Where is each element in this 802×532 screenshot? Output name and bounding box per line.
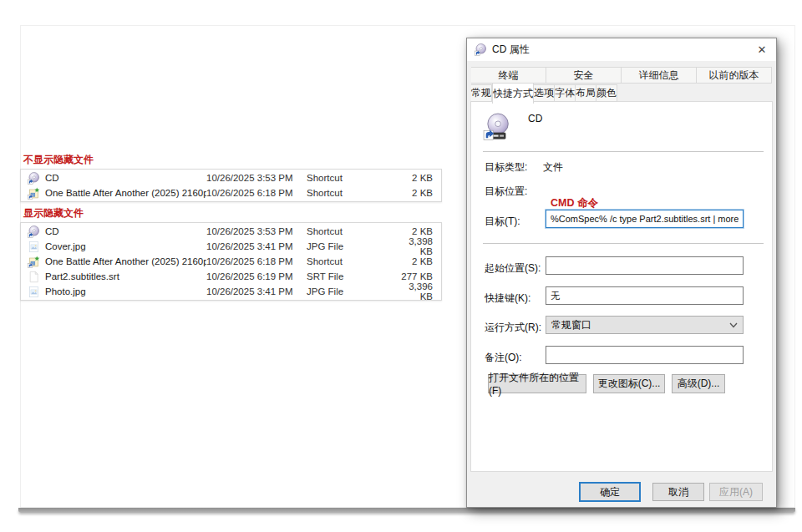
file-size: 2 KB bbox=[393, 256, 441, 266]
file-row[interactable]: One Battle After Another (2025) 2160p A.… bbox=[21, 185, 441, 200]
tab[interactable]: 颜色 bbox=[596, 84, 617, 102]
tab[interactable]: 详细信息 bbox=[622, 67, 697, 84]
file-date-modified: 10/26/2025 3:53 PM bbox=[206, 226, 307, 236]
file-name: One Battle After Another (2025) 2160p A.… bbox=[45, 188, 206, 198]
dialog-titlebar[interactable]: CD 属性 bbox=[467, 38, 776, 61]
tab[interactable]: 字体 bbox=[555, 84, 576, 102]
file-date-modified: 10/26/2025 3:41 PM bbox=[206, 286, 307, 296]
file-size: 277 KB bbox=[393, 271, 441, 281]
shortcut-key-input[interactable] bbox=[546, 286, 744, 305]
file-row[interactable]: CD 10/26/2025 3:53 PM Shortcut 2 KB bbox=[21, 224, 441, 239]
file-type: Shortcut bbox=[307, 256, 393, 266]
file-type: JPG File bbox=[307, 241, 393, 251]
srt-icon bbox=[28, 271, 40, 283]
file-type: Shortcut bbox=[307, 173, 393, 183]
file-list-hidden-off: CD 10/26/2025 3:53 PM Shortcut 2 KB One … bbox=[20, 169, 442, 202]
file-name: CD bbox=[45, 173, 206, 183]
screen: 不显示隐藏文件 CD 10/26/2025 3:53 PM Shortcut 2… bbox=[0, 0, 802, 532]
target-type-value: 文件 bbox=[543, 160, 563, 175]
file-header-row: CD bbox=[483, 113, 542, 124]
section-header-hidden-off: 不显示隐藏文件 bbox=[20, 152, 442, 169]
dialog-footer: 确定 取消 应用(A) bbox=[467, 471, 776, 507]
file-size: 3,398 KB bbox=[393, 236, 441, 256]
tab[interactable]: 快捷方式 bbox=[492, 83, 534, 104]
target-location-label: 目标位置: bbox=[485, 185, 527, 199]
target-label: 目标(T): bbox=[485, 215, 520, 229]
cmd-annotation: CMD 命令 bbox=[551, 196, 598, 210]
tab[interactable]: 布局 bbox=[576, 84, 596, 102]
file-list-hidden-on: CD 10/26/2025 3:53 PM Shortcut 2 KB Cove… bbox=[20, 222, 442, 301]
file-date-modified: 10/26/2025 3:41 PM bbox=[206, 241, 307, 251]
media-shortcut-icon bbox=[28, 256, 40, 268]
run-mode-value: 常规窗口 bbox=[551, 318, 729, 332]
close-icon[interactable]: ✕ bbox=[748, 38, 776, 60]
file-name: Cover.jpg bbox=[45, 241, 206, 251]
tab[interactable]: 终端 bbox=[471, 67, 546, 84]
file-size: 3,396 KB bbox=[393, 281, 441, 301]
section-header-hidden-on: 显示隐藏文件 bbox=[20, 205, 442, 222]
change-icon-button[interactable]: 更改图标(C)... bbox=[593, 374, 665, 393]
cd-shortcut-large-icon bbox=[483, 113, 511, 141]
file-row[interactable]: CD 10/26/2025 3:53 PM Shortcut 2 KB bbox=[21, 170, 441, 185]
file-row[interactable]: Photo.jpg 10/26/2025 3:41 PM JPG File 3,… bbox=[21, 284, 441, 299]
shortcut-tab-panel: CD 目标类型: 文件 目标位置: CMD 命令 目标(T): 起始位置(S):… bbox=[470, 101, 773, 472]
open-file-location-button[interactable]: 打开文件所在的位置(F) bbox=[488, 374, 586, 393]
properties-dialog: CD 属性 ✕ 终端 安全 详细信息 以前的版本 常规 快捷方式 选项 字体 bbox=[466, 38, 777, 508]
tab-row-upper: 终端 安全 详细信息 以前的版本 bbox=[471, 67, 772, 84]
file-type: JPG File bbox=[307, 286, 393, 296]
tab[interactable]: 选项 bbox=[534, 84, 555, 102]
file-date-modified: 10/26/2025 6:18 PM bbox=[206, 256, 307, 266]
comment-input[interactable] bbox=[546, 346, 744, 364]
file-name: CD bbox=[45, 226, 206, 236]
jpg-icon bbox=[28, 286, 40, 298]
file-date-modified: 10/26/2025 6:19 PM bbox=[206, 271, 307, 281]
file-name: Photo.jpg bbox=[45, 286, 206, 296]
tab[interactable]: 常规 bbox=[471, 84, 492, 102]
start-in-label: 起始位置(S): bbox=[485, 261, 541, 276]
separator bbox=[483, 243, 764, 244]
file-name: One Battle After Another (2025) 2160p A.… bbox=[45, 256, 206, 266]
dialog-title: CD 属性 bbox=[492, 43, 530, 57]
file-row[interactable]: Part2.subtitles.srt 10/26/2025 6:19 PM S… bbox=[21, 269, 441, 284]
file-row[interactable]: One Battle After Another (2025) 2160p A.… bbox=[21, 254, 441, 269]
file-row[interactable]: Cover.jpg 10/26/2025 3:41 PM JPG File 3,… bbox=[21, 239, 441, 254]
shortcut-file-name: CD bbox=[528, 113, 542, 124]
file-type: SRT File bbox=[307, 271, 393, 281]
run-mode-label: 运行方式(R): bbox=[485, 321, 541, 335]
start-in-input[interactable] bbox=[546, 256, 744, 275]
file-size: 2 KB bbox=[393, 173, 441, 183]
file-date-modified: 10/26/2025 6:18 PM bbox=[206, 188, 307, 198]
cd-shortcut-icon bbox=[28, 225, 40, 238]
file-comparison-area: 不显示隐藏文件 CD 10/26/2025 3:53 PM Shortcut 2… bbox=[20, 152, 442, 304]
file-type: Shortcut bbox=[307, 188, 393, 198]
ok-button[interactable]: 确定 bbox=[579, 482, 641, 502]
file-type: Shortcut bbox=[307, 226, 393, 236]
cd-shortcut-icon bbox=[475, 43, 487, 56]
separator bbox=[483, 151, 764, 152]
file-date-modified: 10/26/2025 3:53 PM bbox=[206, 173, 307, 183]
apply-button[interactable]: 应用(A) bbox=[709, 483, 763, 501]
file-size: 2 KB bbox=[393, 188, 441, 198]
comment-label: 备注(O): bbox=[485, 351, 522, 365]
run-mode-dropdown[interactable]: 常规窗口 bbox=[546, 316, 744, 334]
cancel-button[interactable]: 取消 bbox=[652, 483, 704, 501]
file-size: 2 KB bbox=[393, 226, 441, 236]
advanced-button[interactable]: 高级(D)... bbox=[672, 374, 725, 393]
target-type-label: 目标类型: bbox=[485, 160, 527, 175]
tab[interactable]: 安全 bbox=[546, 67, 622, 84]
tab-row-lower: 常规 快捷方式 选项 字体 布局 颜色 bbox=[471, 84, 772, 102]
background-window-bottom-edge bbox=[18, 508, 795, 513]
cd-shortcut-icon bbox=[28, 172, 40, 185]
chevron-down-icon bbox=[729, 322, 738, 328]
target-input[interactable] bbox=[546, 210, 744, 228]
shortcut-key-label: 快捷键(K): bbox=[485, 291, 530, 306]
jpg-icon bbox=[28, 241, 40, 253]
tab[interactable]: 以前的版本 bbox=[697, 67, 772, 84]
media-shortcut-icon bbox=[28, 187, 40, 200]
file-name: Part2.subtitles.srt bbox=[45, 271, 206, 281]
